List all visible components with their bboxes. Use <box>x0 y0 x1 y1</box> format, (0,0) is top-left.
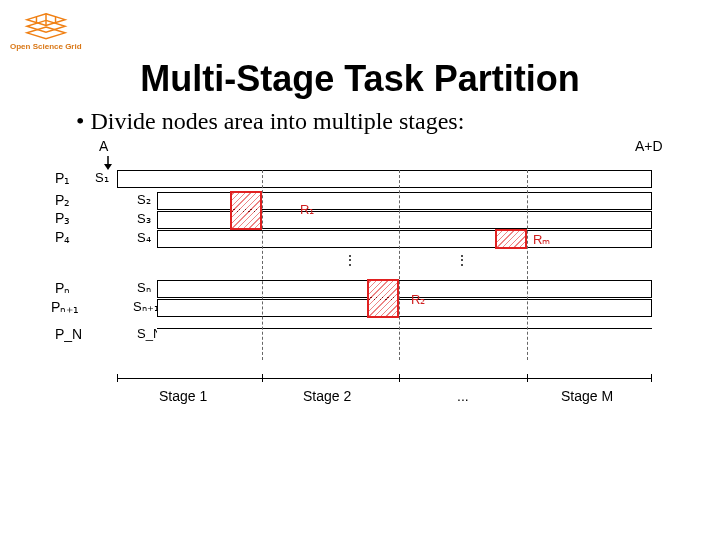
r-label-m: Rₘ <box>533 232 550 247</box>
tick <box>262 374 263 382</box>
divider-1 <box>262 170 263 360</box>
r-label-2: R₂ <box>411 292 425 307</box>
row-label-p2: P₂ <box>55 192 70 208</box>
s-label-2: S₂ <box>137 192 151 207</box>
stage-ellipsis-label: ... <box>457 388 469 404</box>
row-label-p4: P₄ <box>55 229 70 245</box>
label-a-plus-d: A+D <box>635 138 663 154</box>
osg-grid-icon <box>24 12 68 42</box>
label-a: A <box>99 138 108 154</box>
bar-pN <box>157 328 652 346</box>
bar-pn1 <box>157 299 652 317</box>
tick <box>651 374 652 382</box>
ellipsis-col-1: ⋮ <box>343 252 357 268</box>
stage-m-label: Stage M <box>561 388 613 404</box>
tick <box>117 374 118 382</box>
s-label-n1: Sₙ₊₁ <box>133 299 159 314</box>
stage-axis <box>117 378 652 379</box>
s-label-4: S₄ <box>137 230 151 245</box>
stage-1-label: Stage 1 <box>159 388 207 404</box>
tick <box>399 374 400 382</box>
ellipsis-col-2: ⋮ <box>455 252 469 268</box>
row-label-pn1: Pₙ₊₁ <box>51 299 79 315</box>
divider-3 <box>527 170 528 360</box>
divider-2 <box>399 170 400 360</box>
partition-diagram: A A+D P₁ S₁ P₂ S₂ P₃ S₃ P₄ S₄ ⋮ ⋮ Pₙ Sₙ … <box>55 144 685 444</box>
row-label-p3: P₃ <box>55 210 70 226</box>
bar-pn <box>157 280 652 298</box>
region-r2 <box>367 279 399 318</box>
s-label-3: S₃ <box>137 211 151 226</box>
s-label-n: Sₙ <box>137 280 151 295</box>
logo-text: Open Science Grid <box>10 42 82 51</box>
s-label-1: S₁ <box>95 170 109 185</box>
region-rm <box>495 229 527 249</box>
bullet-line: Divide nodes area into multiple stages: <box>76 108 720 135</box>
bar-p1 <box>117 170 652 188</box>
row-label-pn: Pₙ <box>55 280 70 296</box>
osg-logo: Open Science Grid <box>10 12 82 51</box>
row-label-pN: P_N <box>55 326 82 342</box>
bar-p4 <box>157 230 652 248</box>
stage-2-label: Stage 2 <box>303 388 351 404</box>
row-label-p1: P₁ <box>55 170 70 186</box>
region-r1 <box>230 191 262 230</box>
r-label-1: R₁ <box>300 202 314 217</box>
tick <box>527 374 528 382</box>
slide-title: Multi-Stage Task Partition <box>0 58 720 100</box>
